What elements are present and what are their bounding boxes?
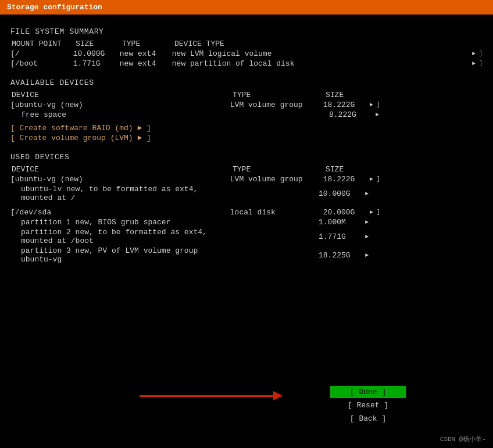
arrow-head: [273, 391, 283, 400]
av-device-ubuntu-vg: ubuntu-vg (new): [15, 101, 230, 109]
main-content: FILE SYSTEM SUMMARY MOUNT POINT SIZE TYP…: [0, 15, 493, 271]
used-row-part2: partition 2 new, to be formatted as ext4…: [10, 228, 483, 245]
used-devices-header: USED DEVICES: [10, 153, 483, 162]
fs-arrow-boot: ► ]: [472, 60, 483, 67]
used-device-ubuntu-vg: ubuntu-vg (new): [15, 175, 230, 184]
back-button[interactable]: [ Back ]: [330, 413, 406, 425]
fs-type-root: new ext4: [120, 49, 172, 58]
bracket-used-open: [: [10, 175, 15, 184]
done-button[interactable]: [ Done ]: [330, 386, 406, 398]
fs-col-mount: MOUNT POINT: [12, 40, 76, 48]
fs-arrow-root: ► ]: [472, 51, 483, 57]
watermark: CSDN @杨小羊-: [440, 435, 486, 443]
used-col-size: SIZE: [326, 165, 372, 174]
used-indent-lv: [10, 189, 21, 198]
bottom-buttons: [ Done ] [ Reset ] [ Back ]: [330, 386, 406, 425]
used-type-ubuntu-vg: LVM volume group: [230, 175, 323, 184]
used-arrow-part3: ►: [365, 252, 369, 259]
fs-col-devtype: DEVICE TYPE: [174, 40, 483, 48]
fs-row-boot[interactable]: [ /boot 1.771G new ext4 new partition of…: [10, 59, 483, 68]
av-arrow-ubuntu-vg: ► ]: [370, 102, 380, 108]
action-lvm[interactable]: [ Create volume group (LVM) ► ]: [10, 134, 483, 142]
fs-col-type: TYPE: [122, 40, 174, 48]
used-row-sda[interactable]: [ /dev/sda local disk 20.000G ► ]: [10, 208, 483, 217]
fs-mount-boot: /boot: [15, 59, 73, 68]
fs-summary-header: FILE SYSTEM SUMMARY: [10, 27, 483, 36]
title-bar: Storage configuration: [0, 0, 493, 15]
used-size-part1: 1.000M: [319, 218, 365, 227]
used-arrow-ubuntu-vg: ► ]: [370, 176, 380, 182]
used-size-ubuntu-lv: 10.000G: [319, 189, 365, 198]
arrow-line: [140, 395, 273, 397]
fs-table-header: MOUNT POINT SIZE TYPE DEVICE TYPE: [10, 40, 483, 48]
used-device-part3: partition 3 new, PV of LVM volume group …: [21, 246, 226, 264]
av-indent: [10, 110, 21, 119]
used-table-header: DEVICE TYPE SIZE: [10, 165, 483, 174]
av-size-ubuntu-vg: 18.222G: [323, 101, 370, 109]
av-actions: [ Create software RAID (md) ► ] [ Create…: [10, 124, 483, 142]
av-device-free: free space: [21, 110, 236, 119]
fs-col-size: SIZE: [76, 40, 122, 48]
red-arrow-annotation: [140, 391, 283, 400]
used-device-ubuntu-lv: ubuntu-lv new, to be formatted as ext4, …: [21, 185, 226, 202]
used-size-part2: 1.771G: [319, 232, 365, 241]
fs-devtype-root: new LVM logical volume: [172, 49, 472, 58]
bracket-av-open: [: [10, 101, 15, 109]
av-type-ubuntu-vg: LVM volume group: [230, 101, 323, 109]
used-row-ubuntu-vg[interactable]: [ ubuntu-vg (new) LVM volume group 18.22…: [10, 175, 483, 184]
used-indent-p1: [10, 218, 21, 227]
av-row-free-space: free space 8.222G ►: [10, 110, 483, 119]
reset-button[interactable]: [ Reset ]: [330, 399, 406, 411]
used-col-type: TYPE: [233, 165, 326, 174]
used-row-part1: partition 1 new, BIOS grub spacer 1.000M…: [10, 218, 483, 227]
av-size-free: 8.222G: [329, 110, 376, 119]
av-table-header: DEVICE TYPE SIZE: [10, 91, 483, 99]
used-arrow-part1: ►: [365, 219, 369, 225]
used-indent-p3: [10, 251, 21, 260]
fs-size-root: 10.000G: [73, 49, 120, 58]
used-size-ubuntu-vg: 18.222G: [323, 175, 370, 184]
av-col-type: TYPE: [233, 91, 326, 99]
used-arrow-sda: ► ]: [370, 209, 380, 216]
title-label: Storage configuration: [7, 3, 102, 12]
used-arrow-part2: ►: [365, 234, 369, 240]
used-device-part1: partition 1 new, BIOS grub spacer: [21, 218, 226, 227]
bracket-open: [: [10, 49, 15, 58]
used-size-sda: 20.000G: [323, 208, 370, 217]
used-device-sda: /dev/sda: [15, 208, 230, 217]
bracket-sda-open: [: [10, 208, 15, 217]
fs-type-boot: new ext4: [120, 59, 172, 68]
spacer-1: [10, 203, 483, 208]
used-size-part3: 18.225G: [319, 251, 365, 260]
fs-size-boot: 1.771G: [73, 59, 120, 68]
av-col-size: SIZE: [326, 91, 372, 99]
action-raid[interactable]: [ Create software RAID (md) ► ]: [10, 124, 483, 132]
used-col-device: DEVICE: [12, 165, 233, 174]
fs-row-root[interactable]: [ / 10.000G new ext4 new LVM logical vol…: [10, 49, 483, 58]
fs-mount-root: /: [15, 49, 73, 58]
bracket-open-boot: [: [10, 59, 15, 68]
av-arrow-free: ►: [376, 112, 379, 118]
used-type-sda: local disk: [230, 208, 323, 217]
used-arrow-ubuntu-lv: ►: [365, 191, 369, 197]
used-device-part2: partition 2 new, to be formatted as ext4…: [21, 228, 226, 245]
used-row-ubuntu-lv: ubuntu-lv new, to be formatted as ext4, …: [10, 185, 483, 202]
used-row-part3: partition 3 new, PV of LVM volume group …: [10, 246, 483, 264]
av-row-ubuntu-vg[interactable]: [ ubuntu-vg (new) LVM volume group 18.22…: [10, 101, 483, 109]
fs-devtype-boot: new partition of local disk: [172, 59, 472, 68]
available-devices-header: AVAILABLE DEVICES: [10, 78, 483, 87]
av-col-device: DEVICE: [12, 91, 233, 99]
used-indent-p2: [10, 232, 21, 241]
